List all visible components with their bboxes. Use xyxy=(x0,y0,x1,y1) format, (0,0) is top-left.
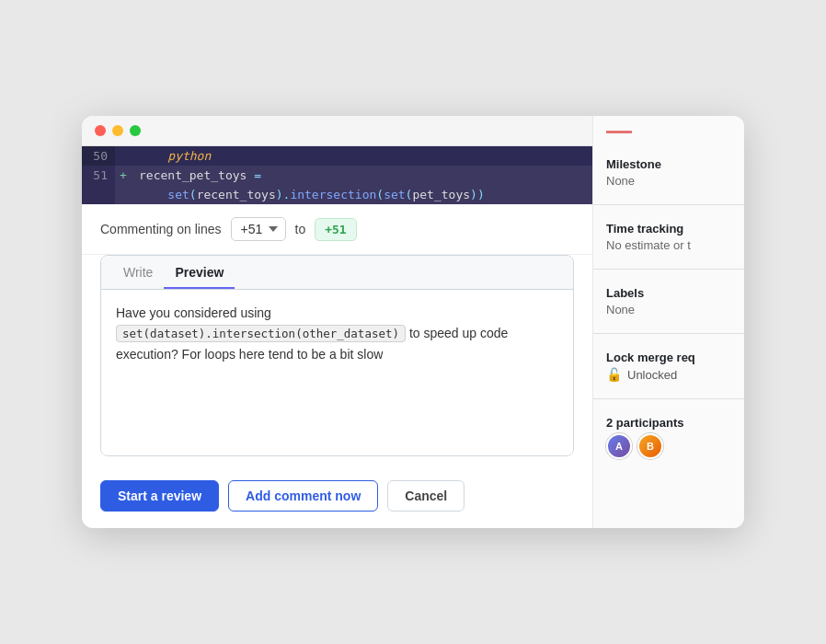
sidebar-lock: Lock merge req 🔓 Unlocked xyxy=(606,351,731,382)
lock-value: Unlocked xyxy=(627,368,677,382)
commenting-on-label: Commenting on lines xyxy=(100,222,222,236)
line-plus-50 xyxy=(115,146,132,166)
avatar-2-initials: B xyxy=(647,441,654,452)
tab-preview[interactable]: Preview xyxy=(164,256,235,289)
sidebar: Milestone None Time tracking No estimate… xyxy=(592,116,744,528)
maximize-dot[interactable] xyxy=(130,125,141,136)
sidebar-divider-3 xyxy=(593,333,744,334)
close-dot[interactable] xyxy=(95,125,106,136)
content-text-1: Have you considered using xyxy=(116,305,271,320)
code-snippet: set(dataset).intersection(other_dataset) xyxy=(116,325,406,342)
editor-wrapper: Write Preview Have you considered using … xyxy=(100,255,574,456)
code-line-51-cont: set(recent_toys).intersection(set(pet_to… xyxy=(82,185,592,204)
line-plus-cont xyxy=(115,185,132,204)
sidebar-participants: 2 participants A B xyxy=(606,416,731,459)
add-comment-button[interactable]: Add comment now xyxy=(228,480,378,512)
line-number-cont xyxy=(82,185,115,204)
line-content-51: recent_pet_toys = xyxy=(132,166,592,185)
avatar-1: A xyxy=(606,433,632,459)
sidebar-top-line xyxy=(606,131,632,133)
avatar-2: B xyxy=(637,433,663,459)
line-number-51: 51 xyxy=(82,166,115,185)
participants-label: 2 participants xyxy=(606,416,731,430)
main-panel: 50 python 51 + recent_pet_toys = set(rec… xyxy=(82,116,592,528)
line-plus-51: + xyxy=(115,166,132,185)
labels-label: Labels xyxy=(606,286,731,300)
labels-value: None xyxy=(606,303,731,316)
avatar-1-initials: A xyxy=(615,441,623,452)
start-review-button[interactable]: Start a review xyxy=(100,480,219,512)
sidebar-divider-4 xyxy=(593,398,744,399)
sidebar-milestone: Milestone None xyxy=(606,157,731,188)
participants-row: A B xyxy=(606,433,731,459)
lock-label: Lock merge req xyxy=(606,351,731,364)
comment-line-row: Commenting on lines +51 +50 to +51 xyxy=(82,204,592,255)
code-line-51: 51 + recent_pet_toys = xyxy=(82,166,592,185)
sidebar-time-tracking: Time tracking No estimate or t xyxy=(606,222,731,252)
code-line-50: 50 python xyxy=(82,146,592,166)
line-content-cont: set(recent_toys).intersection(set(pet_to… xyxy=(132,185,592,204)
tab-write[interactable]: Write xyxy=(112,256,164,289)
milestone-label: Milestone xyxy=(606,157,731,171)
to-label: to xyxy=(295,222,306,236)
sidebar-labels: Labels None xyxy=(606,286,731,316)
time-tracking-label: Time tracking xyxy=(606,222,731,236)
title-bar xyxy=(82,116,592,146)
line-selector[interactable]: +51 +50 xyxy=(231,217,286,241)
line-number-50: 50 xyxy=(82,146,115,166)
minimize-dot[interactable] xyxy=(112,125,123,136)
main-window: 50 python 51 + recent_pet_toys = set(rec… xyxy=(82,116,744,528)
code-lines: 50 python 51 + recent_pet_toys = set(rec… xyxy=(82,146,592,204)
editor-tabs: Write Preview xyxy=(101,256,573,290)
milestone-value: None xyxy=(606,174,731,188)
editor-content: Have you considered using set(dataset).i… xyxy=(101,290,573,455)
cancel-button[interactable]: Cancel xyxy=(387,480,465,512)
code-area: 50 python 51 + recent_pet_toys = set(rec… xyxy=(82,146,592,204)
buttons-row: Start a review Add comment now Cancel xyxy=(82,469,592,528)
lock-row: 🔓 Unlocked xyxy=(606,367,731,382)
lock-icon: 🔓 xyxy=(606,367,622,382)
line-badge: +51 xyxy=(315,218,356,241)
sidebar-divider-2 xyxy=(593,269,744,270)
line-content-50: python xyxy=(132,146,592,166)
time-tracking-value: No estimate or t xyxy=(606,238,731,252)
sidebar-divider-1 xyxy=(593,204,744,205)
